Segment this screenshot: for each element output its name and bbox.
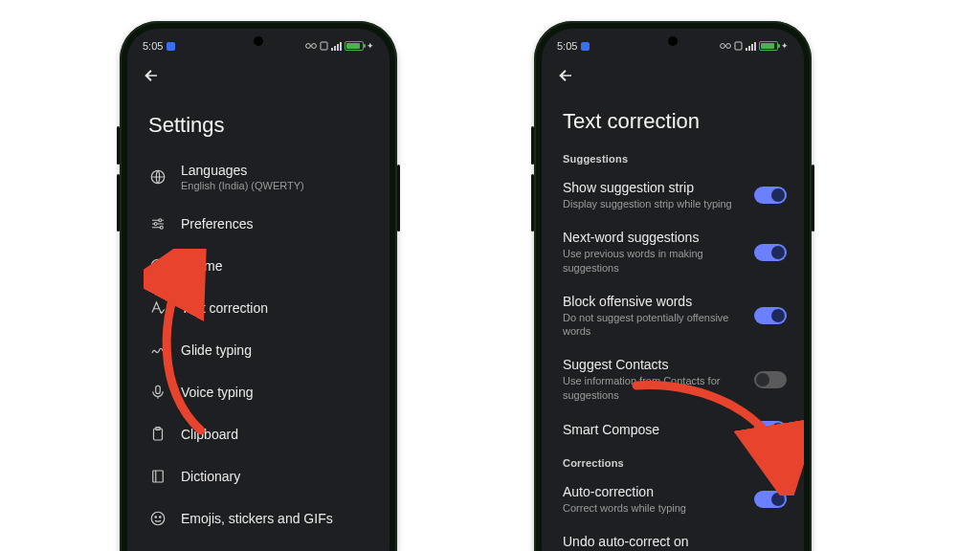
settings-item-clipboard[interactable]: Clipboard bbox=[127, 413, 390, 455]
status-indicator-icon bbox=[167, 42, 175, 51]
svg-point-6 bbox=[160, 226, 163, 229]
toggle-switch[interactable] bbox=[754, 491, 787, 508]
settings-item-label: Languages bbox=[181, 163, 304, 178]
settings-item-label: Text correction bbox=[181, 300, 268, 316]
toggle-switch[interactable] bbox=[754, 421, 787, 438]
settings-item-label: Clipboard bbox=[181, 427, 238, 442]
toggle-label: Block offensive words bbox=[563, 294, 745, 309]
toggle-row-undo-auto-correct[interactable]: Undo auto-correct on backspace bbox=[542, 524, 804, 551]
status-indicator-icon bbox=[581, 42, 590, 51]
app-bar bbox=[542, 55, 804, 92]
arrow-left-icon bbox=[557, 67, 574, 84]
camera-notch bbox=[254, 36, 263, 46]
toggle-label: Next-word suggestions bbox=[563, 230, 745, 245]
toggle-row-show-suggestion-strip[interactable]: Show suggestion strip Display suggestion… bbox=[542, 170, 804, 220]
svg-rect-2 bbox=[321, 42, 327, 50]
settings-item-label: Glide typing bbox=[181, 342, 252, 358]
app-bar bbox=[127, 55, 390, 92]
charging-icon: ✦ bbox=[367, 41, 374, 51]
svg-point-9 bbox=[160, 264, 162, 266]
battery-icon bbox=[345, 41, 364, 51]
phone-mock-right: 5:05 ✦ Text correction Suggestions bbox=[534, 21, 812, 551]
toggle-switch[interactable] bbox=[754, 187, 787, 204]
settings-item-label: Theme bbox=[181, 258, 223, 274]
phone-mock-left: 5:05 ✦ bbox=[120, 21, 397, 551]
status-time: 5:05 bbox=[143, 40, 163, 52]
svg-point-8 bbox=[157, 262, 159, 264]
settings-item-preferences[interactable]: Preferences bbox=[127, 203, 390, 245]
section-header-corrections: Corrections bbox=[542, 448, 804, 474]
globe-icon bbox=[148, 167, 167, 187]
sim-icon bbox=[734, 41, 743, 51]
mic-icon bbox=[148, 383, 167, 402]
settings-item-text-correction[interactable]: Text correction bbox=[127, 287, 390, 329]
svg-point-1 bbox=[312, 44, 317, 49]
settings-item-languages[interactable]: Languages English (India) (QWERTY) bbox=[127, 151, 390, 203]
svg-rect-10 bbox=[156, 386, 161, 393]
page-title: Text correction bbox=[542, 92, 804, 143]
svg-point-17 bbox=[721, 44, 725, 49]
svg-rect-13 bbox=[153, 471, 164, 482]
palette-icon bbox=[148, 256, 167, 276]
settings-item-theme[interactable]: Theme bbox=[127, 245, 390, 287]
section-header-suggestions: Suggestions bbox=[542, 143, 804, 170]
signal-icon bbox=[331, 42, 342, 51]
toggle-row-suggest-contacts[interactable]: Suggest Contacts Use information from Co… bbox=[542, 347, 804, 411]
camera-notch bbox=[668, 36, 678, 46]
back-button[interactable] bbox=[141, 65, 162, 86]
screen-left: 5:05 ✦ bbox=[127, 29, 390, 551]
svg-point-5 bbox=[154, 223, 157, 226]
toggle-row-smart-compose[interactable]: Smart Compose bbox=[542, 411, 804, 448]
screen-right: 5:05 ✦ Text correction Suggestions bbox=[542, 29, 804, 551]
battery-icon bbox=[759, 41, 778, 51]
book-icon bbox=[148, 467, 167, 486]
settings-item-sub: English (India) (QWERTY) bbox=[181, 180, 304, 191]
page-title: Settings bbox=[127, 92, 390, 151]
toggle-sub: Do not suggest potentially offensive wor… bbox=[563, 311, 745, 339]
charging-icon: ✦ bbox=[781, 41, 789, 51]
toggle-label: Smart Compose bbox=[563, 422, 659, 437]
svg-rect-19 bbox=[735, 42, 742, 50]
settings-item-voice-typing[interactable]: Voice typing bbox=[127, 371, 390, 413]
arrow-left-icon bbox=[143, 67, 160, 84]
svg-point-7 bbox=[154, 264, 156, 266]
settings-item-glide-typing[interactable]: Glide typing bbox=[127, 329, 390, 371]
toggle-sub: Display suggestion strip while typing bbox=[563, 197, 732, 210]
settings-item-dictionary[interactable]: Dictionary bbox=[127, 455, 390, 497]
toggle-sub: Correct words while typing bbox=[563, 501, 686, 515]
svg-point-18 bbox=[726, 44, 731, 49]
sliders-icon bbox=[148, 214, 167, 233]
toggle-label: Show suggestion strip bbox=[563, 180, 732, 195]
toggle-row-auto-correction[interactable]: Auto-correction Correct words while typi… bbox=[542, 474, 804, 524]
status-time: 5:05 bbox=[557, 40, 577, 52]
toggle-row-block-offensive-words[interactable]: Block offensive words Do not suggest pot… bbox=[542, 284, 804, 348]
toggle-row-next-word-suggestions[interactable]: Next-word suggestions Use previous words… bbox=[542, 220, 804, 284]
svg-point-14 bbox=[151, 512, 165, 525]
settings-list: Languages English (India) (QWERTY) Prefe… bbox=[127, 151, 390, 540]
svg-point-16 bbox=[160, 517, 162, 518]
svg-point-15 bbox=[155, 517, 157, 518]
toggle-label: Suggest Contacts bbox=[563, 357, 745, 372]
clipboard-icon bbox=[148, 425, 167, 444]
toggle-switch[interactable] bbox=[754, 371, 787, 388]
sim-icon bbox=[320, 41, 328, 51]
signal-icon bbox=[746, 42, 756, 51]
svg-point-0 bbox=[306, 44, 311, 49]
back-button[interactable] bbox=[555, 65, 576, 86]
gesture-icon bbox=[148, 341, 167, 360]
svg-point-4 bbox=[159, 219, 162, 222]
toggle-label: Undo auto-correct on backspace bbox=[563, 534, 745, 551]
vpn-icon bbox=[720, 41, 731, 51]
toggle-sub: Use information from Contacts for sugges… bbox=[563, 374, 745, 402]
emoji-icon bbox=[148, 509, 167, 528]
settings-item-label: Dictionary bbox=[181, 469, 240, 484]
settings-item-label: Voice typing bbox=[181, 385, 254, 400]
settings-item-label: Emojis, stickers and GIFs bbox=[181, 511, 333, 526]
settings-item-emojis[interactable]: Emojis, stickers and GIFs bbox=[127, 497, 390, 540]
toggle-sub: Use previous words in making suggestions bbox=[563, 247, 745, 275]
toggle-switch[interactable] bbox=[754, 307, 787, 324]
toggle-label: Auto-correction bbox=[563, 484, 686, 499]
toggle-switch[interactable] bbox=[754, 244, 787, 261]
vpn-icon bbox=[305, 41, 317, 51]
settings-item-label: Preferences bbox=[181, 216, 253, 231]
